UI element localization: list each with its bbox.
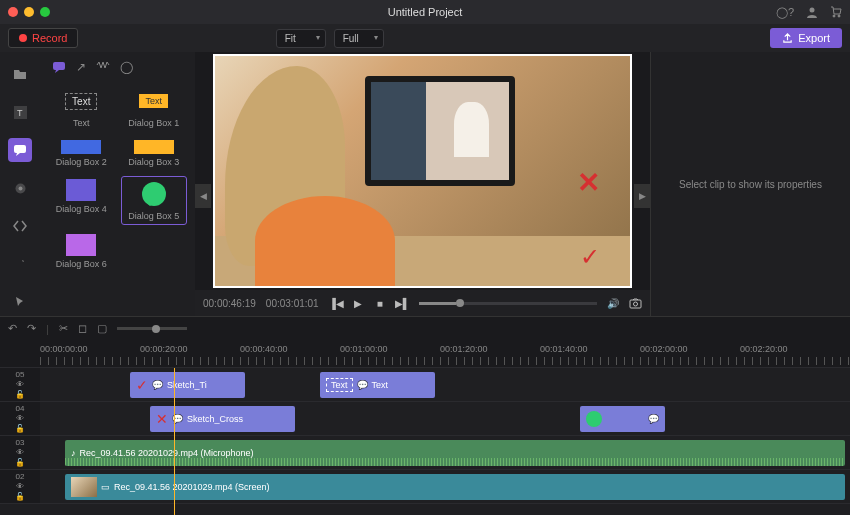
- playback-controls: 00:00:46:19 00:03:01:01 ▐◀ ▶ ■ ▶▌ 🔊: [195, 290, 650, 316]
- asset-dialog-4[interactable]: Dialog Box 4: [48, 176, 115, 225]
- snapshot-icon[interactable]: [629, 298, 642, 309]
- svg-rect-8: [53, 62, 65, 70]
- tab-wave-icon[interactable]: [96, 60, 110, 74]
- clip-dialog-bubble[interactable]: 💬: [580, 406, 665, 432]
- full-dropdown[interactable]: Full: [334, 29, 384, 48]
- eye-icon[interactable]: 👁: [16, 414, 24, 423]
- preview-next-button[interactable]: ▶: [634, 184, 650, 208]
- svg-point-10: [634, 302, 638, 306]
- fit-dropdown[interactable]: Fit: [276, 29, 326, 48]
- svg-rect-9: [630, 300, 641, 308]
- rail-blur-icon[interactable]: [8, 176, 32, 200]
- marker-button[interactable]: ▢: [97, 322, 107, 335]
- sketch-tick-overlay: ✓: [580, 243, 600, 271]
- assets-panel: ↗ ◯ TextText TextDialog Box 1 Dialog Box…: [40, 52, 195, 316]
- asset-dialog-1[interactable]: TextDialog Box 1: [121, 84, 188, 131]
- track-05: 05👁🔓 ✓💬Sketch_Ti Text💬Text: [0, 368, 850, 402]
- eye-icon[interactable]: 👁: [16, 380, 24, 389]
- lock-icon[interactable]: 🔓: [15, 390, 25, 399]
- window-controls[interactable]: [8, 7, 50, 17]
- rail-cursor-icon[interactable]: [8, 290, 32, 314]
- asset-dialog-5[interactable]: Dialog Box 5: [121, 176, 188, 225]
- snap-button[interactable]: ◻: [78, 322, 87, 335]
- clip-sketch-tick[interactable]: ✓💬Sketch_Ti: [130, 372, 245, 398]
- clip-sketch-cross[interactable]: ✕💬Sketch_Cross: [150, 406, 295, 432]
- zoom-slider[interactable]: [117, 327, 187, 330]
- project-title: Untitled Project: [388, 6, 463, 18]
- svg-rect-5: [14, 145, 26, 153]
- lock-icon[interactable]: 🔓: [15, 458, 25, 467]
- left-rail: T: [0, 52, 40, 316]
- timeline-tracks: 05👁🔓 ✓💬Sketch_Ti Text💬Text 04👁🔓 ✕💬Sketch…: [0, 368, 850, 515]
- play-button[interactable]: ▶: [351, 298, 365, 309]
- preview-area: ◀ ▶ ✕ ✓ 00:00:46:19 00:03:01:01 ▐◀ ▶ ■ ▶…: [195, 52, 650, 316]
- cart-icon[interactable]: [830, 6, 842, 19]
- time-total: 00:03:01:01: [266, 298, 319, 309]
- timeline-toolbar: ↶ ↷ | ✂ ◻ ▢: [0, 316, 850, 340]
- rail-dialog-icon[interactable]: [8, 138, 32, 162]
- redo-button[interactable]: ↷: [27, 322, 36, 335]
- asset-text[interactable]: TextText: [48, 84, 115, 131]
- canvas[interactable]: ✕ ✓: [213, 54, 632, 288]
- undo-button[interactable]: ↶: [8, 322, 17, 335]
- cut-button[interactable]: ✂: [59, 322, 68, 335]
- properties-panel: Select clip to show its properties: [650, 52, 850, 316]
- clip-video-screen[interactable]: ▭Rec_09.41.56 20201029.mp4 (Screen): [65, 474, 845, 500]
- asset-dialog-2[interactable]: Dialog Box 2: [48, 137, 115, 170]
- preview-prev-button[interactable]: ◀: [195, 184, 211, 208]
- rail-text-icon[interactable]: T: [8, 100, 32, 124]
- track-02: 02👁🔓 ▭Rec_09.41.56 20201029.mp4 (Screen): [0, 470, 850, 504]
- track-03: 03👁🔓 ♪Rec_09.41.56 20201029.mp4 (Microph…: [0, 436, 850, 470]
- tab-dialog-icon[interactable]: [52, 60, 66, 74]
- time-current: 00:00:46:19: [203, 298, 256, 309]
- asset-dialog-6[interactable]: Dialog Box 6: [48, 231, 115, 272]
- playhead[interactable]: [174, 368, 175, 515]
- next-button[interactable]: ▶▌: [395, 298, 409, 309]
- prev-button[interactable]: ▐◀: [329, 298, 343, 309]
- sketch-cross-overlay: ✕: [577, 166, 600, 199]
- tab-shape-icon[interactable]: ◯: [120, 60, 133, 74]
- tab-arrow-icon[interactable]: ↗: [76, 60, 86, 74]
- clip-text[interactable]: Text💬Text: [320, 372, 435, 398]
- titlebar: Untitled Project ◯?: [0, 0, 850, 24]
- clip-audio-mic[interactable]: ♪Rec_09.41.56 20201029.mp4 (Microphone): [65, 440, 845, 466]
- eye-icon[interactable]: 👁: [16, 482, 24, 491]
- lock-icon[interactable]: 🔓: [15, 424, 25, 433]
- svg-point-0: [810, 7, 815, 12]
- asset-dialog-3[interactable]: Dialog Box 3: [121, 137, 188, 170]
- stop-button[interactable]: ■: [373, 298, 387, 309]
- seek-bar[interactable]: [419, 302, 597, 305]
- rail-pip-icon[interactable]: [8, 214, 32, 238]
- volume-icon[interactable]: 🔊: [607, 298, 619, 309]
- track-04: 04👁🔓 ✕💬Sketch_Cross 💬: [0, 402, 850, 436]
- rail-media-icon[interactable]: [8, 62, 32, 86]
- help-icon[interactable]: ◯?: [776, 6, 794, 19]
- timeline-ruler[interactable]: 00:00:00:00 00:00:20:00 00:00:40:00 00:0…: [0, 340, 850, 368]
- svg-point-7: [18, 186, 22, 190]
- record-button[interactable]: Record: [8, 28, 78, 48]
- user-icon[interactable]: [806, 6, 818, 19]
- rail-effects-icon[interactable]: [8, 252, 32, 276]
- svg-point-1: [833, 15, 835, 17]
- eye-icon[interactable]: 👁: [16, 448, 24, 457]
- svg-point-2: [838, 15, 840, 17]
- lock-icon[interactable]: 🔓: [15, 492, 25, 501]
- toolbar: Record Fit Full Export: [0, 24, 850, 52]
- svg-text:T: T: [17, 108, 23, 118]
- export-button[interactable]: Export: [770, 28, 842, 48]
